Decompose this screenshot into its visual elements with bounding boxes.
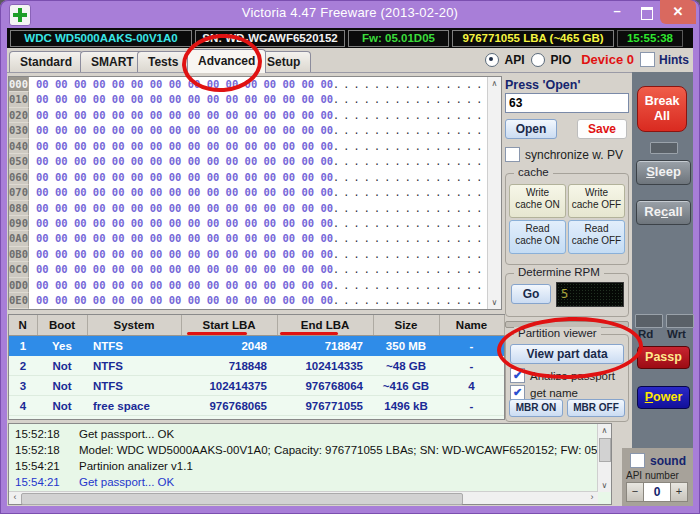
hex-scrollbar[interactable]: ∧ ∨ [487, 77, 501, 309]
hex-bytes: 00 00 00 00 00 00 00 00 00 00 00 00 00 0… [29, 77, 333, 92]
hex-address: 020 [9, 108, 29, 123]
rpm-led-glyph: 5 [561, 287, 568, 301]
hex-address: 080 [9, 201, 29, 216]
hex-viewer[interactable]: 000 00 00 00 00 00 00 00 00 00 00 00 00 … [8, 76, 502, 310]
minimize-button[interactable]: – [604, 0, 630, 24]
api-radio[interactable] [485, 53, 499, 67]
hex-address: 090 [9, 216, 29, 231]
spinner-plus-button[interactable]: + [670, 482, 688, 502]
log-vertical-scrollbar[interactable]: ∧ ∨ [597, 424, 611, 492]
clock: 15:55:38 [617, 30, 683, 47]
hex-ascii: ................ [333, 247, 488, 262]
passport-button[interactable]: Passp [637, 346, 690, 369]
hex-ascii: ................ [333, 108, 488, 123]
column-header[interactable]: Start LBA [181, 315, 277, 336]
log-line: 15:54:21 Partinion analizer v1.1 [15, 458, 598, 474]
column-header[interactable]: Boot [37, 315, 87, 336]
analize-passport-checkbox[interactable]: ✔ [510, 368, 525, 383]
cell-system: NTFS [87, 376, 181, 396]
scroll-right-icon[interactable]: › [586, 492, 598, 504]
column-header[interactable]: N [9, 315, 37, 336]
tab[interactable]: Advanced [187, 49, 266, 73]
read-cache-off-button[interactable]: Readcache OFF [568, 220, 625, 254]
cell-n: 1 [9, 336, 37, 356]
cell-boot: Not [37, 356, 87, 376]
mbr-on-button[interactable]: MBR ON [509, 399, 563, 417]
hex-row: 030 00 00 00 00 00 00 00 00 00 00 00 00 … [9, 123, 488, 138]
column-header[interactable]: Name [439, 315, 504, 336]
pio-radio[interactable] [531, 53, 545, 67]
scroll-down-icon[interactable]: ∨ [488, 296, 501, 309]
mbr-off-button[interactable]: MBR OFF [567, 399, 625, 417]
partition-table-header: NBootSystemStart LBAEnd LBASizeName [9, 315, 504, 336]
partition-row[interactable]: 2 Not NTFS 718848 102414335 ~48 GB - [9, 356, 504, 376]
cell-name: - [439, 396, 504, 416]
cell-size: ~48 GB [373, 356, 439, 376]
hints-checkbox[interactable] [640, 52, 655, 67]
tab[interactable]: Standard [9, 51, 83, 72]
hex-address: 0E0 [9, 293, 29, 308]
drive-serial: SN: WD-WCAWF6520152 [195, 30, 345, 47]
partition-row[interactable]: 3 Not NTFS 102414375 976768064 ~416 GB 4 [9, 376, 504, 396]
column-header[interactable]: System [87, 315, 181, 336]
hex-row: 080 00 00 00 00 00 00 00 00 00 00 00 00 … [9, 201, 488, 216]
hex-row: 060 00 00 00 00 00 00 00 00 00 00 00 00 … [9, 170, 488, 185]
cell-name: 4 [439, 376, 504, 396]
scroll-left-icon[interactable]: ‹ [9, 492, 21, 504]
tab[interactable]: SMART [80, 51, 145, 72]
tab[interactable]: Tests [137, 51, 189, 72]
title-bar[interactable]: Victoria 4.47 Freeware (2013-02-20) – ✕ [0, 0, 700, 28]
maximize-button[interactable] [634, 0, 660, 24]
cell-system: NTFS [87, 336, 181, 356]
read-cache-on-button[interactable]: Readcache ON [509, 220, 566, 254]
scroll-up-icon[interactable]: ∧ [488, 77, 501, 90]
maximize-icon [641, 7, 653, 20]
hex-bytes: 00 00 00 00 00 00 00 00 00 00 00 00 00 0… [29, 293, 333, 308]
write-cache-on-button[interactable]: Writecache ON [509, 184, 566, 218]
hex-row: 040 00 00 00 00 00 00 00 00 00 00 00 00 … [9, 139, 488, 154]
hex-bytes: 00 00 00 00 00 00 00 00 00 00 00 00 00 0… [29, 123, 333, 138]
log-horizontal-scrollbar[interactable]: ‹ › [9, 491, 598, 504]
save-button[interactable]: Save [577, 119, 627, 139]
partition-row[interactable]: 4 Not free space 976768065 976771055 149… [9, 396, 504, 416]
log-hscroll-thumb[interactable] [21, 493, 463, 505]
spinner-minus-button[interactable]: − [626, 482, 644, 502]
cell-n: 2 [9, 356, 37, 376]
hex-address: 0B0 [9, 247, 29, 262]
hex-rows: 000 00 00 00 00 00 00 00 00 00 00 00 00 … [9, 77, 488, 309]
open-button[interactable]: Open [505, 119, 557, 139]
synchronize-checkbox[interactable] [505, 147, 520, 162]
hex-row: 050 00 00 00 00 00 00 00 00 00 00 00 00 … [9, 154, 488, 169]
write-cache-off-button[interactable]: Writecache OFF [568, 184, 625, 218]
partition-row[interactable]: 1 Yes NTFS 2048 718847 350 MB - [9, 336, 504, 356]
hex-ascii: ................ [333, 278, 488, 293]
log-text: Partinion analizer v1.1 [67, 458, 193, 474]
get-name-label: get name [530, 387, 578, 399]
scroll-up-icon[interactable]: ∧ [598, 424, 611, 437]
break-all-button[interactable]: BreakAll [637, 86, 687, 132]
sector-input[interactable] [505, 93, 629, 113]
cache-group-title: cache [514, 166, 553, 178]
log-text: Model: WDC WD5000AAKS-00V1A0; Capacity: … [67, 442, 598, 458]
read-activity-led [635, 314, 663, 328]
scroll-down-icon[interactable]: ∨ [598, 479, 611, 492]
cell-size: 350 MB [373, 336, 439, 356]
hex-row: 0D0 00 00 00 00 00 00 00 00 00 00 00 00 … [9, 278, 488, 293]
log-vscroll-thumb[interactable] [599, 438, 611, 462]
column-header[interactable]: Size [373, 315, 439, 336]
sound-checkbox[interactable] [630, 453, 645, 468]
log-panel[interactable]: 15:52:18 Get passport... OK 15:52:18 Mod… [8, 423, 612, 505]
go-button[interactable]: Go [511, 284, 551, 304]
view-part-data-button[interactable]: View part data [510, 344, 624, 364]
press-open-label: Press 'Open' [505, 78, 631, 92]
partition-table[interactable]: NBootSystemStart LBAEnd LBASizeName 1 Ye… [8, 314, 505, 420]
power-button[interactable]: Power [637, 386, 690, 409]
hex-bytes: 00 00 00 00 00 00 00 00 00 00 00 00 00 0… [29, 170, 333, 185]
hex-ascii: ................ [333, 77, 488, 92]
sleep-button[interactable]: Sleep [636, 160, 691, 185]
recall-button[interactable]: Recall [636, 200, 691, 225]
close-button[interactable]: ✕ [660, 0, 696, 24]
column-header[interactable]: End LBA [277, 315, 373, 336]
drive-info-bar: WDC WD5000AAKS-00V1A0 SN: WD-WCAWF652015… [7, 28, 693, 48]
get-name-checkbox[interactable]: ✔ [510, 385, 525, 400]
